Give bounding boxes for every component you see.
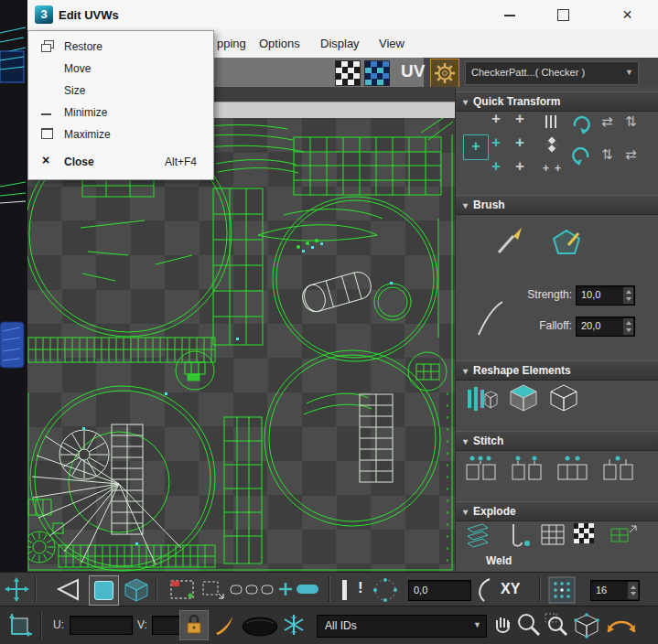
axis-constraint-label[interactable]: XY bbox=[501, 581, 520, 597]
rollout-brush[interactable]: ▾ Brush bbox=[456, 195, 658, 215]
flatten-by-group-icon[interactable] bbox=[464, 521, 493, 549]
context-item-restore[interactable]: Restore bbox=[29, 36, 210, 58]
close-button[interactable]: × bbox=[597, 0, 658, 29]
qt-align-icon[interactable]: + bbox=[543, 161, 549, 176]
checker-pattern-icon[interactable] bbox=[335, 60, 361, 86]
qt-move-button[interactable]: + bbox=[463, 134, 489, 160]
context-item-label: Move bbox=[64, 62, 91, 75]
qt-align-icon[interactable]: + bbox=[515, 135, 524, 150]
context-item-close[interactable]: × Close Alt+F4 bbox=[29, 151, 210, 173]
move-tool-icon[interactable] bbox=[5, 577, 29, 602]
custom-pattern-icon[interactable] bbox=[364, 60, 390, 86]
qt-rotate-ccw-icon[interactable] bbox=[570, 145, 592, 166]
active-subobject-button[interactable] bbox=[89, 575, 119, 606]
qt-align-icon[interactable]: + bbox=[491, 135, 501, 150]
uv-wireframe bbox=[27, 118, 455, 572]
element-mode-icon[interactable] bbox=[124, 577, 149, 603]
stitch-average-icon[interactable] bbox=[510, 452, 545, 483]
pan-hand-icon[interactable] bbox=[491, 612, 514, 638]
rollout-stitch[interactable]: ▾ Stitch bbox=[456, 431, 658, 451]
freeze-icon[interactable] bbox=[282, 613, 306, 637]
texture-dropdown[interactable]: CheckerPatt...( Checker ) ▼ bbox=[465, 61, 639, 85]
minimize-button[interactable] bbox=[489, 0, 531, 29]
select-region-icon[interactable] bbox=[168, 578, 196, 601]
zoom-region-icon[interactable] bbox=[544, 612, 569, 638]
plus-icon: + bbox=[471, 138, 480, 154]
context-item-move[interactable]: Move bbox=[29, 58, 210, 80]
soft-selection-icon[interactable] bbox=[372, 576, 399, 604]
brush-falloff-icon[interactable] bbox=[212, 613, 238, 639]
context-item-maximize[interactable]: Maximize bbox=[29, 123, 210, 145]
qt-swap-vertical-icon[interactable]: ⇅ bbox=[625, 113, 637, 130]
rollout-quick-transform[interactable]: ▾ Quick Transform bbox=[456, 91, 658, 112]
menu-view[interactable]: View bbox=[379, 30, 405, 58]
falloff-shape-icon[interactable] bbox=[471, 576, 495, 604]
orbit-icon[interactable] bbox=[602, 610, 641, 641]
transform-value-field[interactable]: 0,0 bbox=[408, 580, 471, 601]
qt-rotate-cw-icon[interactable] bbox=[570, 113, 592, 135]
stitch-source-icon[interactable] bbox=[556, 452, 590, 483]
rollout-open-icon: ▾ bbox=[463, 366, 468, 376]
paint-brush-icon[interactable] bbox=[493, 225, 526, 258]
falloff-curve-icon[interactable] bbox=[475, 298, 506, 338]
qt-align-icon[interactable]: + bbox=[491, 159, 501, 174]
relax-element-icon[interactable] bbox=[508, 382, 541, 413]
qt-swap-horizontal-icon[interactable]: ⇄ bbox=[625, 146, 637, 163]
context-item-shortcut: Alt+F4 bbox=[165, 156, 197, 168]
texture-dropdown-value: CheckerPatt...( Checker ) bbox=[471, 67, 585, 78]
qt-checker-diamond-icon[interactable] bbox=[543, 135, 561, 154]
grid-size-arrows[interactable] bbox=[628, 582, 638, 599]
rectangularize-icon[interactable] bbox=[548, 382, 581, 413]
titlebar: 3 Edit UVWs × bbox=[27, 0, 658, 31]
freeform-gizmo-icon[interactable] bbox=[55, 577, 82, 602]
qt-align-icon[interactable]: + bbox=[555, 161, 561, 176]
v-coordinate-field[interactable] bbox=[152, 616, 182, 635]
select-element-icon[interactable] bbox=[201, 580, 225, 599]
qt-align-icon[interactable]: + bbox=[491, 112, 501, 126]
unfold-mapping-icon[interactable] bbox=[609, 521, 638, 549]
grow-selection-icon[interactable] bbox=[277, 581, 294, 597]
id-filter-dropdown[interactable]: All IDs ▼ bbox=[317, 615, 487, 638]
context-item-size[interactable]: Size bbox=[29, 80, 210, 102]
uvw-gizmo-icon[interactable] bbox=[4, 610, 35, 641]
quad-icon bbox=[94, 581, 113, 600]
rollout-reshape-elements[interactable]: ▾ Reshape Elements bbox=[456, 360, 658, 381]
zoom-icon[interactable] bbox=[516, 612, 542, 638]
edge-loop-icons[interactable] bbox=[230, 584, 274, 596]
maximize-button[interactable] bbox=[542, 0, 584, 29]
stitch-target-icon[interactable] bbox=[601, 452, 636, 483]
qt-align-icon[interactable]: + bbox=[515, 159, 524, 174]
qt-align-vertical-icon[interactable] bbox=[543, 113, 559, 130]
relax-brush-icon[interactable] bbox=[550, 225, 583, 258]
qt-swap-horizontal-icon[interactable]: ⇄ bbox=[601, 113, 613, 130]
menu-display[interactable]: Display bbox=[320, 30, 360, 58]
qt-align-icon[interactable]: + bbox=[515, 112, 524, 126]
snap-grid-icon[interactable] bbox=[548, 576, 576, 604]
strength-spinner[interactable] bbox=[623, 287, 633, 304]
close-icon: × bbox=[42, 153, 49, 167]
shrink-selection-icon[interactable] bbox=[296, 584, 319, 595]
chevron-down-icon: ▼ bbox=[625, 68, 633, 77]
normal-mapping-icon[interactable] bbox=[574, 523, 594, 543]
options-gear-button[interactable] bbox=[430, 59, 459, 88]
menu-options[interactable]: Options bbox=[259, 30, 300, 58]
paint-select-bar-icon[interactable] bbox=[342, 580, 347, 600]
lock-selection-button[interactable] bbox=[179, 610, 209, 640]
menu-mapping[interactable]: pping bbox=[217, 30, 246, 58]
falloff-field[interactable]: 20,0 bbox=[576, 317, 635, 337]
rollout-explode[interactable]: ▾ Explode bbox=[456, 501, 658, 521]
qt-swap-vertical-icon[interactable]: ⇅ bbox=[601, 146, 613, 163]
falloff-space-icon[interactable] bbox=[242, 617, 278, 637]
u-coordinate-field[interactable] bbox=[70, 616, 133, 635]
context-item-minimize[interactable]: Minimize bbox=[29, 102, 210, 123]
flatten-mapping-icon[interactable] bbox=[539, 521, 566, 547]
v-label: V: bbox=[137, 618, 147, 631]
strength-field[interactable]: 10,0 bbox=[576, 285, 635, 306]
break-icon[interactable] bbox=[504, 521, 534, 549]
stitch-custom-icon[interactable] bbox=[464, 452, 499, 483]
uv-canvas[interactable] bbox=[27, 118, 455, 572]
falloff-spinner[interactable] bbox=[623, 318, 633, 335]
zoom-extents-icon[interactable] bbox=[573, 612, 600, 639]
grid-size-spinner[interactable]: 16 bbox=[590, 580, 640, 601]
straighten-selection-icon[interactable] bbox=[466, 382, 499, 413]
